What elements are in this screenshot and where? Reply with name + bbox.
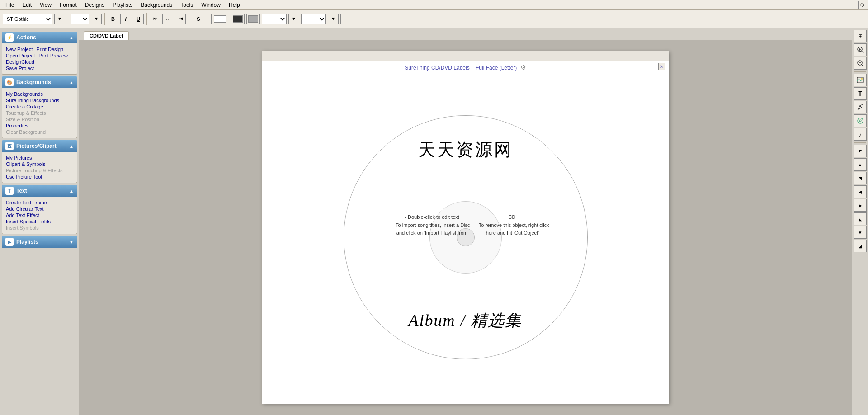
- panel-actions-header[interactable]: ⚡ Actions ▲: [2, 32, 77, 43]
- extra-btn[interactable]: [340, 14, 354, 24]
- backgrounds-collapse[interactable]: ▲: [69, 80, 74, 85]
- panel-pictures-header[interactable]: 🖼 Pictures/Clipart ▲: [2, 140, 77, 152]
- font-name-dropdown[interactable]: ▾: [54, 14, 65, 24]
- pen-tool-button[interactable]: [854, 101, 867, 113]
- cd-text-top[interactable]: 天天资源网: [344, 138, 587, 161]
- italic-button[interactable]: I: [120, 14, 131, 24]
- text-panel-icon: T: [5, 187, 14, 195]
- canvas-white: SureThing CD/DVD Labels – Full Face (Let…: [79, 40, 852, 415]
- align-left-button[interactable]: ⇤: [150, 14, 160, 24]
- media-tool-button[interactable]: [854, 114, 867, 127]
- create-text-frame-link[interactable]: Create Text Frame: [6, 199, 73, 206]
- cd-dvd-label-tab[interactable]: CD/DVD Label: [84, 31, 129, 40]
- backgrounds-body: My Backgrounds SureThing Backgrounds Cre…: [2, 88, 77, 138]
- menu-view[interactable]: View: [36, 1, 55, 9]
- bold-button[interactable]: B: [108, 14, 118, 24]
- tab-bar: CD/DVD Label: [79, 28, 852, 40]
- toolbar: ST Gothic ▾ ▾ B I U ⇤ ↔ ⇥ S ▾ ▾: [0, 10, 868, 28]
- create-collage-link[interactable]: Create a Collage: [6, 104, 73, 110]
- menu-file[interactable]: File: [2, 1, 18, 9]
- pictures-body: My Pictures Clipart & Symbols Picture To…: [2, 152, 77, 183]
- panel-playlists-header[interactable]: ▶ Playlists ▼: [2, 236, 77, 248]
- menu-playlists[interactable]: Playlists: [109, 1, 136, 9]
- playlists-icon: ▶: [5, 238, 14, 246]
- nudge-ur-button[interactable]: ◥: [854, 172, 867, 184]
- text-tool-button[interactable]: T: [854, 87, 867, 100]
- panel-pictures: 🖼 Pictures/Clipart ▲ My Pictures Clipart…: [2, 140, 77, 183]
- nudge-dl-button[interactable]: ◣: [854, 212, 867, 225]
- fill-color-selector[interactable]: [231, 14, 245, 24]
- menu-format[interactable]: Format: [56, 1, 80, 9]
- zoom-out-button[interactable]: [854, 57, 867, 70]
- pictures-label: Pictures/Clipart: [16, 143, 57, 149]
- nudge-dr-button[interactable]: ◢: [854, 240, 867, 252]
- cd-disc[interactable]: 天天资源网 Album / 精选集 - Double-click to edit…: [344, 115, 588, 359]
- toolbar-sep-1: [68, 13, 68, 25]
- underline-button[interactable]: U: [133, 14, 144, 24]
- panel-actions: ⚡ Actions ▲ New Project Print Design Ope…: [2, 32, 77, 75]
- print-design-link[interactable]: Print Design: [36, 46, 63, 52]
- open-project-link[interactable]: Open Project: [6, 52, 35, 59]
- backgrounds-icon: 🎨: [5, 78, 14, 86]
- zoom-in-button[interactable]: [854, 43, 867, 56]
- style-dropdown[interactable]: ▾: [288, 14, 299, 24]
- panel-text-header[interactable]: T Text ▲: [2, 185, 77, 197]
- menu-tools[interactable]: Tools: [177, 1, 197, 9]
- insert-special-fields-link[interactable]: Insert Special Fields: [6, 218, 73, 225]
- nudge-d-button[interactable]: ▼: [854, 226, 867, 239]
- menu-help[interactable]: Help: [225, 1, 244, 9]
- svg-line-5: [862, 65, 863, 66]
- menu-window[interactable]: Window: [198, 1, 224, 9]
- cd-text-bottom[interactable]: Album / 精选集: [344, 310, 587, 332]
- menu-bar: File Edit View Format Designs Playlists …: [0, 0, 868, 10]
- close-button[interactable]: ✕: [658, 63, 665, 70]
- add-text-effect-link[interactable]: Add Text Effect: [6, 212, 73, 218]
- outline-selector[interactable]: [246, 14, 260, 24]
- menu-backgrounds[interactable]: Backgrounds: [137, 1, 176, 9]
- cd-text-left[interactable]: - Double-click to edit text -To import s…: [387, 213, 477, 237]
- effect-dropdown[interactable]: ▾: [328, 14, 339, 24]
- menu-edit[interactable]: Edit: [19, 1, 35, 9]
- actions-collapse[interactable]: ▲: [69, 35, 74, 40]
- new-project-link[interactable]: New Project: [6, 46, 33, 52]
- my-pictures-link[interactable]: My Pictures: [6, 155, 73, 161]
- align-right-button[interactable]: ⇥: [175, 14, 186, 24]
- cd-text-right[interactable]: CD' - To remove this object, right click…: [465, 213, 560, 237]
- clipart-symbols-link[interactable]: Clipart & Symbols: [6, 161, 73, 167]
- surething-header: SureThing CD/DVD Labels – Full Face (Let…: [262, 61, 669, 73]
- strikethrough-button[interactable]: S: [192, 14, 205, 24]
- panel-backgrounds-header[interactable]: 🎨 Backgrounds ▲: [2, 76, 77, 88]
- nudge-u-button[interactable]: ▲: [854, 158, 867, 171]
- font-size-select[interactable]: [71, 14, 89, 24]
- nudge-l-button[interactable]: ◀: [854, 185, 867, 198]
- my-backgrounds-link[interactable]: My Backgrounds: [6, 91, 73, 97]
- align-center-button[interactable]: ↔: [162, 14, 173, 24]
- text-collapse[interactable]: ▲: [69, 189, 74, 193]
- properties-link[interactable]: Properties: [6, 123, 73, 129]
- font-name-select[interactable]: ST Gothic: [3, 14, 52, 24]
- effect-select[interactable]: [301, 14, 326, 24]
- color-selector[interactable]: [211, 14, 229, 24]
- zoom-fit-button[interactable]: ⊞: [854, 30, 867, 42]
- surething-backgrounds-link[interactable]: SureThing Backgrounds: [6, 97, 73, 104]
- save-project-link[interactable]: Save Project: [6, 65, 73, 71]
- nudge-r-button[interactable]: ▶: [854, 199, 867, 212]
- settings-icon[interactable]: ⚙: [520, 64, 526, 71]
- use-picture-tool-link[interactable]: Use Picture Tool: [6, 174, 73, 180]
- size-position-link: Size & Position: [6, 116, 73, 123]
- font-size-dropdown[interactable]: ▾: [91, 14, 102, 24]
- cd-right-line2: - To remove this object, right click: [476, 222, 549, 227]
- backgrounds-label: Backgrounds: [16, 79, 51, 85]
- window-control[interactable]: ⬡: [858, 1, 866, 9]
- print-preview-link[interactable]: Print Preview: [38, 52, 68, 59]
- nudge-ul-button[interactable]: ◤: [854, 145, 867, 157]
- playlists-collapse[interactable]: ▼: [69, 240, 74, 245]
- add-circular-text-link[interactable]: Add Circular Text: [6, 206, 73, 212]
- menu-designs[interactable]: Designs: [81, 1, 108, 9]
- audio-tool-button[interactable]: ♪: [854, 128, 867, 141]
- style-select[interactable]: [262, 14, 287, 24]
- panel-backgrounds: 🎨 Backgrounds ▲ My Backgrounds SureThing…: [2, 76, 77, 138]
- image-tool-button[interactable]: [854, 74, 867, 86]
- pictures-collapse[interactable]: ▲: [69, 144, 74, 149]
- designcloud-link[interactable]: DesignCloud: [6, 59, 73, 65]
